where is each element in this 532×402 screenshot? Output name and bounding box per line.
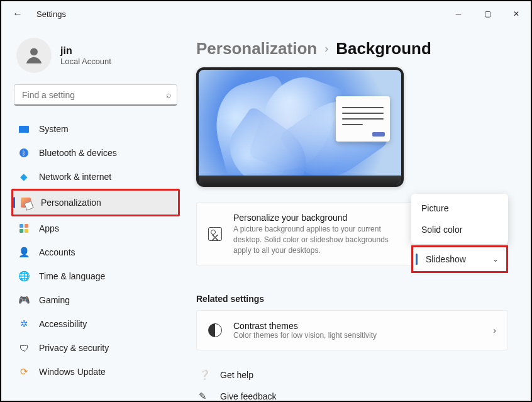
highlight-box-personalization: Personalization [11,189,180,216]
sidebar-item-accessibility[interactable]: ✲Accessibility [11,312,180,336]
sidebar-item-label: Windows Update [39,367,106,377]
sidebar-item-gaming[interactable]: 🎮Gaming [11,288,180,312]
sidebar: jin Local Account ⌕ System ᛒBluetooth & … [1,26,190,401]
sidebar-item-label: Accounts [39,247,75,257]
dropdown-selected[interactable]: Slideshow ⌄ [413,247,506,271]
sidebar-item-privacy[interactable]: 🛡Privacy & security [11,336,180,360]
link-label: Get help [220,370,253,380]
profile-name: jin [60,45,111,57]
card-description: A picture background applies to your cur… [233,224,391,255]
sidebar-item-update[interactable]: ⟳Windows Update [11,360,180,384]
sidebar-item-label: Time & language [39,271,105,281]
picture-icon [208,227,222,241]
dropdown-option-picture[interactable]: Picture [411,198,508,219]
background-type-dropdown: Picture Solid color Slideshow ⌄ [411,194,508,273]
titlebar: ← Settings ─ ▢ ✕ [1,1,531,26]
background-preview [196,67,404,187]
sidebar-item-label: Bluetooth & devices [39,148,117,158]
update-icon: ⟳ [18,366,30,378]
back-button[interactable]: ← [5,8,30,20]
link-label: Give feedback [220,391,277,401]
sidebar-item-network[interactable]: ◆Network & internet [11,165,180,189]
profile-account-type: Local Account [60,57,111,66]
bluetooth-icon: ᛒ [18,147,30,159]
dropdown-selected-label: Slideshow [426,254,466,264]
contrast-themes-row[interactable]: Contrast themes Color themes for low vis… [196,310,508,350]
time-icon: 🌐 [18,270,30,282]
contrast-icon [208,323,222,337]
accessibility-icon: ✲ [18,318,30,330]
chevron-down-icon: ⌄ [492,255,499,264]
dropdown-menu: Picture Solid color [411,194,508,244]
sidebar-item-label: System [39,124,69,134]
accounts-icon: 👤 [18,246,30,259]
get-help-link[interactable]: ❔ Get help [196,364,508,386]
window-controls: ─ ▢ ✕ [444,4,531,23]
give-feedback-link[interactable]: ✎ Give feedback [196,386,508,401]
card-title: Personalize your background [233,213,391,223]
contrast-desc: Color themes for low vision, light sensi… [233,331,377,340]
preview-window [336,96,390,142]
wifi-icon: ◆ [18,170,30,183]
feedback-icon: ✎ [199,391,210,401]
window-title: Settings [36,9,66,19]
chevron-right-icon: › [493,325,496,335]
avatar-icon [16,38,52,73]
svg-point-0 [30,48,38,55]
search-wrap: ⌕ [14,84,177,106]
sidebar-item-time[interactable]: 🌐Time & language [11,264,180,288]
contrast-title: Contrast themes [233,321,377,331]
breadcrumb-current: Background [336,39,431,59]
sidebar-item-accounts[interactable]: 👤Accounts [11,240,180,264]
gaming-icon: 🎮 [18,294,30,306]
dropdown-option-solid-color[interactable]: Solid color [411,219,508,240]
footer-links: ❔ Get help ✎ Give feedback [196,364,508,401]
system-icon [18,123,30,135]
search-icon: ⌕ [166,89,171,99]
sidebar-item-apps[interactable]: Apps [11,216,180,240]
help-icon: ❔ [199,369,210,381]
sidebar-item-label: Apps [39,223,59,233]
preview-taskbar [199,176,401,184]
close-button[interactable]: ✕ [502,4,531,23]
sidebar-item-label: Network & internet [39,172,111,182]
sidebar-item-label: Gaming [39,295,70,305]
personalization-icon [19,196,32,209]
sidebar-item-label: Personalization [41,198,101,208]
sidebar-item-personalization[interactable]: Personalization [13,191,178,215]
breadcrumb: Personalization › Background [196,39,508,59]
sidebar-item-label: Accessibility [39,319,87,329]
maximize-button[interactable]: ▢ [473,4,502,23]
minimize-button[interactable]: ─ [444,4,473,23]
sidebar-item-system[interactable]: System [11,117,180,141]
search-input[interactable] [14,84,177,106]
chevron-right-icon: › [324,42,328,55]
privacy-icon: 🛡 [18,342,30,354]
breadcrumb-parent[interactable]: Personalization [196,39,317,59]
related-settings-heading: Related settings [196,294,508,304]
sidebar-item-bluetooth[interactable]: ᛒBluetooth & devices [11,141,180,165]
sidebar-nav: System ᛒBluetooth & devices ◆Network & i… [11,117,180,189]
main-content: Personalization › Background Personalize… [190,26,531,401]
apps-icon [18,222,30,235]
profile-block[interactable]: jin Local Account [16,38,177,73]
highlight-box-slideshow: Slideshow ⌄ [411,245,508,273]
sidebar-item-label: Privacy & security [39,343,109,353]
